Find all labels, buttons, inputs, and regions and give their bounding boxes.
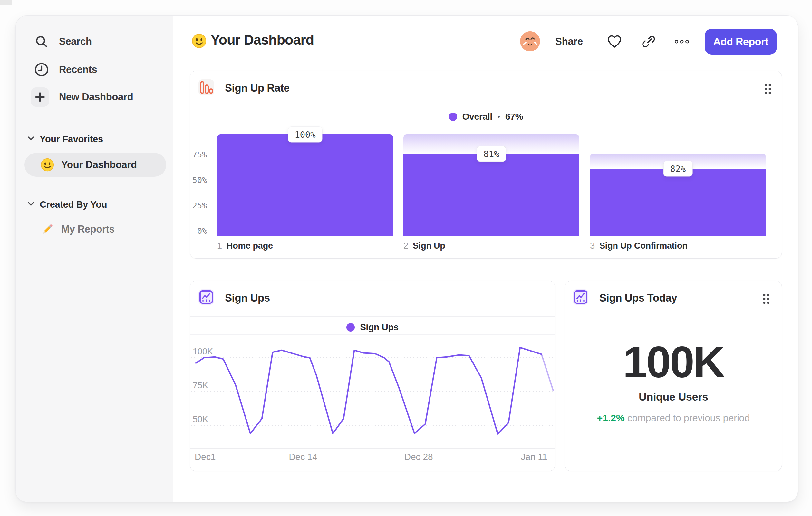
sidebar-item-your-dashboard[interactable]: Your Dashboard xyxy=(25,153,166,177)
funnel-bar-value-badge: 82% xyxy=(663,161,693,177)
app-window: Search Recents New Dashboard Your Favori… xyxy=(16,16,798,502)
plus-icon xyxy=(31,88,49,106)
funnel-plot: 75%50%25%0%100%1Home page81%2Sign Up82%3… xyxy=(190,71,782,258)
step-number: 3 xyxy=(590,241,595,251)
sidebar-item-label: Recents xyxy=(59,64,97,76)
sidebar-item-label: My Reports xyxy=(61,223,115,235)
x-axis-line xyxy=(190,448,555,449)
sidebar-section-created-by-you[interactable]: Created By You xyxy=(16,197,173,212)
step-number: 2 xyxy=(403,241,408,251)
ellipsis-icon xyxy=(674,38,690,45)
sidebar-item-search[interactable]: Search xyxy=(16,29,173,54)
funnel-y-tick: 25% xyxy=(190,200,207,211)
funnel-bar-value-badge: 81% xyxy=(477,146,506,162)
main-content: Your Dashboard Share xyxy=(173,16,798,502)
funnel-bar-value-badge: 100% xyxy=(288,127,322,142)
copy-link-button[interactable] xyxy=(641,34,656,49)
signups-line-incomplete-period xyxy=(542,354,553,390)
add-report-button[interactable]: Add Report xyxy=(705,29,777,55)
sign-ups-today-card: Sign Ups Today 100K Unique Users +1.2% c… xyxy=(565,280,782,471)
sidebar-item-recents[interactable]: Recents xyxy=(16,57,173,82)
metric-value: 100K xyxy=(565,336,782,388)
x-axis-tick: Dec1 xyxy=(195,452,215,462)
signups-line-series xyxy=(196,348,542,434)
card-title: Sign Ups Today xyxy=(599,292,677,304)
funnel-bar xyxy=(403,154,579,236)
pencil-emoji-icon xyxy=(40,222,54,236)
funnel-step-label: 3Sign Up Confirmation xyxy=(590,241,688,251)
sign-ups-card: Sign Ups Sign Ups 100K75K50KDec1Dec 14De… xyxy=(190,280,555,471)
sidebar-item-label: Your Dashboard xyxy=(61,159,137,171)
step-name: Home page xyxy=(227,241,273,251)
sidebar-section-your-favorites[interactable]: Your Favorites xyxy=(16,131,173,147)
step-number: 1 xyxy=(217,241,222,251)
funnel-y-tick: 0% xyxy=(190,226,207,236)
section-header-label: Your Favorites xyxy=(40,134,103,144)
drag-handle-icon[interactable] xyxy=(760,293,772,305)
metric-label: Unique Users xyxy=(565,390,782,403)
step-name: Sign Up xyxy=(413,241,445,251)
page-title: Your Dashboard xyxy=(211,32,314,48)
screen: Search Recents New Dashboard Your Favori… xyxy=(0,0,812,516)
funnel-y-tick: 50% xyxy=(190,175,207,185)
share-button[interactable]: Share xyxy=(555,36,583,47)
signups-plot: 100K75K50KDec1Dec 14Dec 28Jan 11 xyxy=(190,281,555,471)
link-icon xyxy=(642,34,656,49)
delta-caption-text: compared to previous period xyxy=(627,412,750,423)
x-axis-tick: Jan 11 xyxy=(521,452,547,462)
search-icon xyxy=(33,33,51,51)
funnel-step-label: 2Sign Up xyxy=(403,241,445,251)
clock-icon xyxy=(33,61,51,79)
step-name: Sign Up Confirmation xyxy=(599,241,687,251)
x-axis-tick: Dec 28 xyxy=(404,452,433,462)
sidebar-item-label: Search xyxy=(59,36,92,47)
metric-delta-row: +1.2% compared to previous period xyxy=(565,412,782,424)
funnel-step-label: 1Home page xyxy=(217,241,273,251)
funnel-y-tick: 75% xyxy=(190,150,207,160)
avatar[interactable] xyxy=(520,31,540,51)
sidebar-item-new-dashboard[interactable]: New Dashboard xyxy=(16,85,173,109)
delta-value: +1.2% xyxy=(597,412,625,423)
chevron-down-icon xyxy=(27,200,35,208)
signups-line-chart xyxy=(190,334,555,448)
heart-icon xyxy=(607,35,622,48)
section-header-label: Created By You xyxy=(40,199,107,210)
funnel-bar xyxy=(217,134,393,236)
sidebar-item-label: New Dashboard xyxy=(59,91,133,103)
sign-up-rate-card: Sign Up Rate Overall • 67% 75%50%25%0%10… xyxy=(190,71,782,259)
sidebar-item-my-reports[interactable]: My Reports xyxy=(25,217,166,241)
more-options-button[interactable] xyxy=(674,34,690,49)
smiley-emoji-icon xyxy=(40,158,54,171)
backdrop-sliver xyxy=(0,0,11,4)
sidebar: Search Recents New Dashboard Your Favori… xyxy=(16,16,174,502)
line-chart-icon xyxy=(573,289,588,305)
funnel-bar xyxy=(590,169,766,236)
favorite-heart-button[interactable] xyxy=(607,34,622,49)
chevron-down-icon xyxy=(27,135,35,143)
x-axis-tick: Dec 14 xyxy=(289,452,317,462)
delta-caption: compared to previous period xyxy=(627,412,750,423)
smiley-emoji-icon xyxy=(192,33,207,48)
